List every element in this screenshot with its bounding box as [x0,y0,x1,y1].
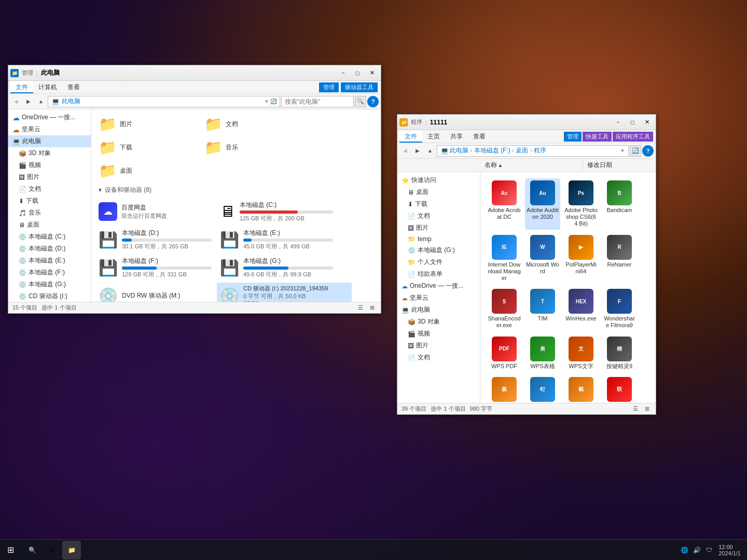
tab-manage-2[interactable]: 管理 [564,132,582,142]
app-item-2[interactable]: PsAdobe Photoshop CS6(64 Bit) [563,178,599,230]
tab-app-tools[interactable]: 应用程序工具 [613,132,653,142]
maximize-button-2[interactable]: □ [626,117,639,128]
sidebar2-personal[interactable]: 📁 个人文件 [397,256,480,268]
sidebar2-documents[interactable]: 📄 文档 [397,210,480,222]
folder-pictures[interactable]: 📁 图片 [95,114,199,135]
app-item-14[interactable]: 文WPS文字 [563,334,599,372]
sidebar-e[interactable]: 💿 本地磁盘 (E:) [8,255,91,267]
app-item-3[interactable]: BBandicam [602,178,637,230]
tab-quick-tools[interactable]: 快捷工具 [583,132,612,142]
close-button-2[interactable]: ✕ [640,117,654,128]
sidebar-quickaccess[interactable]: ⭐ 快速访问 [397,174,480,186]
sidebar-desktop[interactable]: 🖥 桌面 [8,219,91,231]
tab-view-2[interactable]: 查看 [468,130,491,143]
help-btn-1[interactable]: ? [367,96,379,107]
sidebar-onedrive[interactable]: ☁ OneDrive — 一搜... [8,111,91,123]
sidebar-thispc[interactable]: 💻 此电脑 [8,135,91,147]
grid-view-btn-1[interactable]: ⊞ [367,303,377,313]
app-item-7[interactable]: RReNamer [602,233,637,284]
app-item-10[interactable]: HEXWinHex.exe [563,287,599,331]
app-item-18[interactable]: 截截图-FastStone Capture_9.8~v4.exe [563,375,599,403]
address-field-1[interactable]: 💻 此电脑 ▼ 🔄 [48,96,280,107]
minimize-button-2[interactable]: － [611,117,625,128]
tab-home-2[interactable]: 主页 [422,130,445,143]
forward-btn-2[interactable]: ▶ [412,145,423,157]
sidebar-pictures[interactable]: 🖼 图片 [8,171,91,183]
minimize-button-1[interactable]: － [336,68,350,78]
list-view-btn-2[interactable]: ☰ [631,404,640,414]
maximize-button-1[interactable]: □ [351,68,364,78]
tray-security[interactable]: 🛡 [704,545,714,555]
list-view-btn-1[interactable]: ☰ [356,303,365,313]
sidebar2-temp[interactable]: 📁 temp [397,234,480,244]
sidebar2-downloads[interactable]: ⬇ 下载 [397,198,480,210]
app-item-11[interactable]: FWondershare Filmora9 [602,287,637,331]
sidebar2-docs[interactable]: 📄 文档 [397,352,480,363]
tab-manage-1[interactable]: 管理 [319,82,339,92]
sidebar2-g[interactable]: 💿 本地磁盘 (G:) [397,244,480,256]
app-item-17[interactable]: 钉钉钉 [525,375,560,403]
back-btn-1[interactable]: ◀ [10,96,22,107]
address-field-2[interactable]: 💻 此电脑 › 本地磁盘 (F:) › 桌面 › 程序 ▼ [437,145,629,157]
app-item-16[interactable]: 极极壳阅读器 [487,375,522,403]
app-item-4[interactable]: IEInternet Download Manager [487,233,522,284]
sidebar2-jiekuan[interactable]: 📄 结款表单 [397,268,480,280]
sidebar2-3d[interactable]: 📦 3D 对象 [397,316,480,328]
search-input-1[interactable] [281,96,354,107]
start-button[interactable]: ⊞ [0,540,21,561]
sidebar-cd[interactable]: 💿 CD 驱动器 (I:) [8,290,91,302]
help-btn-2[interactable]: ? [642,145,654,157]
taskbar-search[interactable]: 🔍 [23,541,42,559]
sidebar-d[interactable]: 💿 本地磁盘 (D:) [8,243,91,255]
app-item-12[interactable]: PDFWPS PDF [487,334,522,372]
tray-network[interactable]: 🌐 [679,545,689,555]
app-item-1[interactable]: AuAdobe Audition 2020 [525,178,560,230]
sidebar2-jianguoyun[interactable]: ☁ 坚果云 [397,292,480,304]
app-item-5[interactable]: WMicrosoft Word [525,233,560,284]
drive-e[interactable]: 💾 本地磁盘 (E:) 45.0 GB 可用，共 499 GB [217,227,336,253]
sidebar-g[interactable]: 💿 本地磁盘 (G:) [8,278,91,290]
folder-desktop[interactable]: 📁 桌面 [95,160,199,181]
sidebar2-thispc[interactable]: 💻 此电脑 [397,304,480,316]
drive-g[interactable]: 💾 本地磁盘 (G:) 49.6 GB 可用，共 99.9 GB [217,255,336,281]
sidebar2-pictures[interactable]: 🖼 图片 [397,222,480,234]
forward-btn-1[interactable]: ▶ [23,96,34,107]
tray-volume[interactable]: 🔊 [691,545,702,555]
drive-cd[interactable]: 💿 CD 驱动器 (I:) 20231228_194359 0 字节 可用，共 … [217,283,352,302]
col-modified[interactable]: 修改日期 [583,160,656,171]
app-item-13[interactable]: 表WPS表格 [525,334,560,372]
sidebar-3dobjects[interactable]: 📦 3D 对象 [8,147,91,159]
tab-file-1[interactable]: 文件 [10,81,33,93]
sidebar-downloads[interactable]: ⬇ 下载 [8,195,91,207]
sidebar2-desktop[interactable]: 🖥 桌面 [397,186,480,198]
tab-drive-tools[interactable]: 驱动器工具 [341,82,378,92]
tab-share-2[interactable]: 共享 [445,130,468,143]
sidebar2-onedrive[interactable]: ☁ OneDrive — 一搜... [397,280,480,292]
folder-downloads[interactable]: 📁 下载 [95,137,199,158]
drive-baidu[interactable]: ☁ 百度网盘 双击运行百度网盘 [95,199,215,225]
drive-f[interactable]: 💾 本地磁盘 (F:) 129 GB 可用，共 331 GB [95,255,215,281]
sidebar-music[interactable]: 🎵 音乐 [8,207,91,219]
taskbar-explorer[interactable]: 📁 [62,541,81,559]
folder-documents[interactable]: 📁 文档 [201,114,305,135]
tab-computer[interactable]: 计算机 [33,81,62,93]
col-name[interactable]: 名称 ▲ [480,160,583,171]
sidebar-c[interactable]: 💿 本地磁盘 (C:) [8,231,91,243]
app-item-8[interactable]: SShanaEncoder.exe [487,287,522,331]
sidebar2-video[interactable]: 🎬 视频 [397,328,480,340]
sidebar-video[interactable]: 🎬 视频 [8,159,91,171]
grid-view-btn-2[interactable]: ⊞ [642,404,652,414]
up-btn-2[interactable]: ▲ [424,145,436,157]
sidebar-f[interactable]: 💿 本地磁盘 (F:) [8,267,91,278]
up-btn-1[interactable]: ▲ [35,96,47,107]
app-item-19[interactable]: 联联想多开器 [602,375,637,403]
app-item-0[interactable]: AcAdobe Acrobat DC [487,178,522,230]
tab-view-1[interactable]: 查看 [62,81,85,93]
taskbar-task-view[interactable]: 🗂 [43,541,61,559]
drive-d[interactable]: 💾 本地磁盘 (D:) 30.1 GB 可用，共 265 GB [95,227,215,253]
app-item-15[interactable]: 精按键精灵9 [602,334,637,372]
app-item-6[interactable]: ▶PotPlayerMini64 [563,233,599,284]
sidebar-documents[interactable]: 📄 文档 [8,183,91,195]
tab-file-2[interactable]: 文件 [399,130,422,143]
refresh-btn-2[interactable]: 🔄 [630,145,641,157]
